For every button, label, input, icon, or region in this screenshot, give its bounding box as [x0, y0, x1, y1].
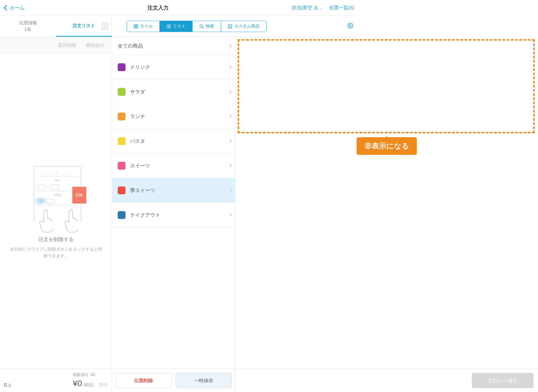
svg-point-18	[230, 27, 230, 28]
home-label: ホーム	[10, 4, 25, 11]
tab-slip-info-label: 伝票情報	[19, 20, 37, 26]
view-search-button[interactable]: 検索	[193, 21, 221, 32]
svg-line-11	[202, 27, 203, 28]
category-label: 季スイーツ	[130, 187, 224, 194]
svg-point-19	[231, 27, 231, 28]
svg-point-14	[229, 26, 229, 27]
svg-point-8	[167, 27, 168, 28]
svg-rect-0	[134, 24, 136, 26]
top-bar: ホーム 注文入力 担当(青空 太… 伝票一覧(5)	[0, 0, 359, 16]
svg-point-21	[349, 25, 351, 26]
illus-item2: offee	[37, 193, 78, 197]
category-all-label: 全ての商品	[118, 43, 224, 49]
annotation-callout: 非表示になる	[357, 137, 359, 155]
category-label: ランチ	[130, 113, 224, 120]
color-swatch	[118, 162, 126, 170]
chevron-right-icon	[228, 164, 232, 167]
view-tile-button[interactable]: タイル	[127, 21, 160, 32]
category-panel: 全ての商品 ドリンクサラダランチパスタスイーツ季スイーツテイクアウト 伝票削除 …	[112, 37, 235, 262]
order-actions: 選択削除 個別会計	[0, 37, 112, 54]
empty-description: 左方向にスワイプし削除ボタンをタッチすると削除できます。	[8, 246, 103, 259]
color-swatch	[118, 211, 126, 219]
select-delete-button[interactable]: 選択削除	[57, 42, 76, 48]
category-item[interactable]: 季スイーツ	[112, 178, 235, 203]
category-label: ドリンク	[130, 64, 224, 71]
svg-rect-3	[136, 27, 138, 28]
top-right-actions: 担当(青空 太… 伝票一覧(5)	[292, 4, 354, 11]
svg-rect-9	[168, 27, 171, 28]
svg-point-15	[230, 26, 230, 27]
view-list-button[interactable]: リスト	[160, 21, 193, 32]
tab-order-list-label: 注文リスト	[73, 23, 95, 29]
swipe-delete-illustration: < tea × offee × 削除	[25, 163, 87, 230]
left-tabs: 伝票情報 1名 注文リスト	[0, 16, 112, 37]
gear-icon	[347, 22, 354, 29]
calculator-icon	[228, 24, 232, 29]
tab-slip-info[interactable]: 伝票情報 1名	[0, 16, 56, 37]
staff-button[interactable]: 担当(青空 太…	[292, 4, 323, 11]
svg-rect-13	[229, 25, 231, 26]
category-item[interactable]: パスタ	[112, 129, 235, 153]
annotation-highlight-box	[238, 39, 359, 133]
view-list-label: リスト	[173, 24, 185, 29]
hand-icon	[64, 207, 78, 233]
chevron-right-icon	[228, 90, 232, 94]
category-label: テイクアウト	[130, 212, 224, 218]
color-swatch	[118, 137, 126, 145]
sub-header: 伝票情報 1名 注文リスト タイル リスト 検索 カスタム商品	[0, 16, 359, 37]
svg-point-4	[167, 24, 168, 25]
category-item[interactable]: テイクアウト	[112, 203, 235, 227]
product-panel: 非表示になる 支払いへ進む	[235, 37, 359, 262]
empty-title: 注文を削除する	[38, 236, 74, 243]
color-swatch	[118, 88, 126, 96]
svg-rect-7	[168, 26, 171, 27]
view-custom-label: カスタム商品	[234, 24, 259, 29]
svg-rect-2	[134, 27, 136, 28]
category-label: スイーツ	[130, 162, 224, 169]
chevron-right-icon	[228, 44, 232, 48]
view-toggle: タイル リスト 検索 カスタム商品	[127, 21, 266, 32]
split-bill-button[interactable]: 個別会計	[85, 42, 105, 48]
chevron-right-icon	[228, 139, 232, 143]
receipt-icon[interactable]	[102, 23, 108, 30]
category-item[interactable]: サラダ	[112, 80, 235, 104]
svg-rect-5	[168, 25, 171, 25]
illus-item1: tea	[37, 178, 78, 182]
category-label: パスタ	[130, 138, 224, 144]
view-toggle-row: タイル リスト 検索 カスタム商品	[112, 16, 359, 37]
category-list: 全ての商品 ドリンクサラダランチパスタスイーツ季スイーツテイクアウト	[112, 37, 235, 262]
order-list-panel: 選択削除 個別会計 < tea × offee × 削除	[0, 37, 112, 262]
color-swatch	[118, 186, 126, 194]
search-icon	[199, 24, 204, 29]
category-label: サラダ	[130, 88, 224, 95]
chevron-right-icon	[228, 115, 232, 118]
category-item[interactable]: ランチ	[112, 104, 235, 129]
view-tile-label: タイル	[140, 24, 153, 29]
category-all[interactable]: 全ての商品	[112, 37, 235, 55]
view-search-label: 検索	[206, 24, 214, 29]
chevron-right-icon	[228, 188, 232, 192]
chevron-right-icon	[228, 213, 232, 217]
svg-point-20	[348, 23, 353, 28]
svg-point-6	[167, 26, 168, 27]
back-home-button[interactable]: ホーム	[4, 4, 25, 11]
chevron-right-icon	[228, 65, 232, 69]
illus-delete-chip: 削除	[72, 187, 86, 204]
chevron-left-icon	[4, 5, 9, 11]
settings-button[interactable]	[347, 22, 354, 30]
category-item[interactable]: ドリンク	[112, 55, 235, 80]
tab-slip-people-label: 1名	[24, 27, 31, 32]
page-title: 注文入力	[147, 4, 169, 11]
color-swatch	[118, 63, 126, 71]
view-custom-button[interactable]: カスタム商品	[221, 21, 266, 32]
slip-list-button[interactable]: 伝票一覧(5)	[329, 4, 354, 11]
empty-state: < tea × offee × 削除 注文を削除する 左方向にスワイプし削除ボタ…	[0, 54, 112, 262]
svg-point-16	[231, 26, 231, 27]
svg-point-17	[229, 27, 229, 28]
color-swatch	[118, 113, 126, 120]
category-item[interactable]: スイーツ	[112, 153, 235, 178]
svg-rect-1	[136, 24, 138, 26]
grid-icon	[134, 24, 138, 29]
list-icon	[166, 24, 171, 29]
hand-icon	[39, 207, 53, 233]
